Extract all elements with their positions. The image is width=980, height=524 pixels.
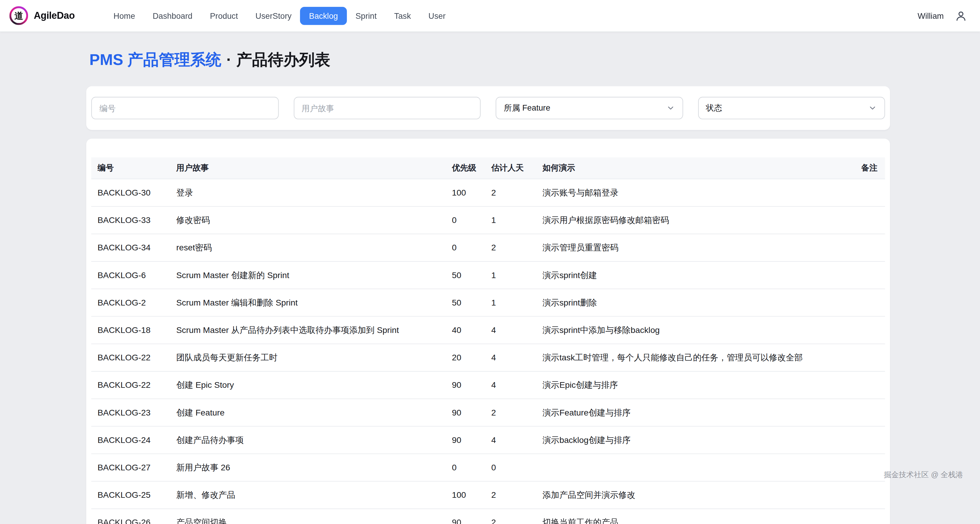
cell-demo: 演示管理员重置密码: [536, 242, 855, 253]
nav-item-backlog[interactable]: Backlog: [300, 6, 347, 25]
cell-days: 2: [485, 243, 536, 252]
cell-priority: 100: [445, 188, 485, 197]
table-row[interactable]: BACKLOG-22团队成员每天更新任务工时204演示task工时管理，每个人只…: [91, 344, 885, 372]
cell-days: 1: [485, 270, 536, 279]
page-title-section: 产品待办列表: [237, 49, 330, 70]
table-row[interactable]: BACKLOG-27新用户故事 2600: [91, 454, 885, 482]
cell-demo: 添加产品空间并演示修改: [536, 489, 855, 501]
cell-story: 登录: [170, 187, 445, 198]
cell-demo: 演示Epic创建与排序: [536, 380, 855, 391]
table-row[interactable]: BACKLOG-18Scrum Master 从产品待办列表中选取待办事项添加到…: [91, 317, 885, 344]
nav-item-dashboard[interactable]: Dashboard: [144, 6, 201, 25]
cell-story: 创建 Feature: [170, 407, 445, 418]
cell-priority: 90: [445, 380, 485, 389]
column-header: 用户故事: [170, 162, 445, 174]
nav-item-user[interactable]: User: [420, 6, 454, 25]
cell-priority: 50: [445, 270, 485, 279]
cell-priority: 100: [445, 490, 485, 500]
cell-days: 0: [485, 463, 536, 472]
chevron-down-icon: [868, 104, 877, 113]
cell-demo: 演示sprint中添加与移除backlog: [536, 325, 855, 336]
cell-story: reset密码: [170, 242, 445, 253]
brand-name: AgileDao: [34, 10, 75, 21]
feature-select-value: 所属 Feature: [504, 103, 550, 114]
cell-priority: 90: [445, 435, 485, 445]
cell-id: BACKLOG-26: [91, 518, 170, 524]
main-content: PMS 产品管理系统 · 产品待办列表 所属 Feature 状态 编号用户故事…: [0, 49, 980, 524]
page-title-system: PMS 产品管理系统: [89, 49, 221, 70]
cell-id: BACKLOG-2: [91, 298, 170, 307]
feature-select[interactable]: 所属 Feature: [496, 97, 683, 119]
cell-demo: 演示账号与邮箱登录: [536, 187, 855, 198]
cell-id: BACKLOG-33: [91, 216, 170, 225]
cell-id: BACKLOG-24: [91, 435, 170, 445]
table-row[interactable]: BACKLOG-23创建 Feature902演示Feature创建与排序: [91, 399, 885, 427]
cell-story: 新增、修改产品: [170, 489, 445, 501]
table-row[interactable]: BACKLOG-24创建产品待办事项904演示backlog创建与排序: [91, 427, 885, 454]
cell-id: BACKLOG-27: [91, 463, 170, 472]
cell-story: 修改密码: [170, 214, 445, 226]
id-filter-input[interactable]: [91, 97, 278, 119]
table-row[interactable]: BACKLOG-26产品空间切换902切换当前工作的产品: [91, 509, 885, 524]
cell-demo: 演示backlog创建与排序: [536, 435, 855, 446]
cell-id: BACKLOG-22: [91, 353, 170, 362]
status-select[interactable]: 状态: [698, 97, 885, 119]
page-title-separator: ·: [226, 51, 231, 69]
nav-item-task[interactable]: Task: [385, 6, 420, 25]
logo-icon: 道: [9, 6, 28, 25]
nav-item-home[interactable]: Home: [105, 6, 144, 25]
cell-days: 2: [485, 408, 536, 417]
app-viewport: 道 AgileDao HomeDashboardProductUserStory…: [0, 0, 980, 524]
nav-item-product[interactable]: Product: [201, 6, 247, 25]
top-nav: 道 AgileDao HomeDashboardProductUserStory…: [0, 0, 980, 32]
cell-days: 2: [485, 490, 536, 500]
table-row[interactable]: BACKLOG-33修改密码01演示用户根据原密码修改邮箱密码: [91, 207, 885, 234]
table-body: BACKLOG-30登录1002演示账号与邮箱登录BACKLOG-33修改密码0…: [91, 179, 885, 524]
table-row[interactable]: BACKLOG-6Scrum Master 创建新的 Sprint501演示sp…: [91, 262, 885, 289]
cell-id: BACKLOG-34: [91, 243, 170, 252]
filter-bar: 所属 Feature 状态: [86, 86, 890, 130]
cell-id: BACKLOG-30: [91, 188, 170, 197]
cell-demo: 切换当前工作的产品: [536, 517, 855, 524]
nav-right: William: [918, 10, 967, 21]
logo-glyph: 道: [14, 11, 23, 20]
table-row[interactable]: BACKLOG-22创建 Epic Story904演示Epic创建与排序: [91, 372, 885, 399]
cell-story: 创建 Epic Story: [170, 380, 445, 391]
cell-days: 2: [485, 188, 536, 197]
cell-story: Scrum Master 编辑和删除 Sprint: [170, 297, 445, 308]
cell-id: BACKLOG-23: [91, 408, 170, 417]
cell-days: 4: [485, 326, 536, 335]
backlog-table-card: 编号用户故事优先级估计人天如何演示备注 BACKLOG-30登录1002演示账号…: [86, 138, 890, 524]
cell-priority: 40: [445, 326, 485, 335]
cell-demo: 演示Feature创建与排序: [536, 407, 855, 418]
nav-item-userstory[interactable]: UserStory: [247, 6, 300, 25]
cell-story: Scrum Master 从产品待办列表中选取待办事项添加到 Sprint: [170, 325, 445, 336]
cell-demo: 演示task工时管理，每个人只能修改自己的任务，管理员可以修改全部: [536, 352, 855, 364]
cell-priority: 0: [445, 463, 485, 472]
cell-days: 4: [485, 380, 536, 389]
cell-priority: 20: [445, 353, 485, 362]
cell-days: 4: [485, 353, 536, 362]
cell-id: BACKLOG-25: [91, 490, 170, 500]
cell-days: 1: [485, 298, 536, 307]
table-row[interactable]: BACKLOG-2Scrum Master 编辑和删除 Sprint501演示s…: [91, 289, 885, 316]
cell-id: BACKLOG-18: [91, 326, 170, 335]
cell-story: Scrum Master 创建新的 Sprint: [170, 270, 445, 281]
cell-priority: 90: [445, 518, 485, 524]
brand[interactable]: 道 AgileDao: [9, 6, 75, 25]
cell-priority: 50: [445, 298, 485, 307]
story-filter-input[interactable]: [293, 97, 481, 119]
cell-story: 创建产品待办事项: [170, 435, 445, 446]
user-name[interactable]: William: [918, 11, 944, 20]
user-icon[interactable]: [955, 10, 967, 21]
table-header-row: 编号用户故事优先级估计人天如何演示备注: [91, 157, 885, 179]
cell-demo: 演示sprint创建: [536, 270, 855, 281]
cell-id: BACKLOG-22: [91, 380, 170, 389]
table-row[interactable]: BACKLOG-30登录1002演示账号与邮箱登录: [91, 179, 885, 206]
cell-days: 1: [485, 216, 536, 225]
cell-story: 新用户故事 26: [170, 462, 445, 473]
nav-item-sprint[interactable]: Sprint: [347, 6, 386, 25]
table-row[interactable]: BACKLOG-34reset密码02演示管理员重置密码: [91, 234, 885, 262]
table-row[interactable]: BACKLOG-25新增、修改产品1002添加产品空间并演示修改: [91, 482, 885, 509]
status-select-value: 状态: [706, 103, 722, 114]
